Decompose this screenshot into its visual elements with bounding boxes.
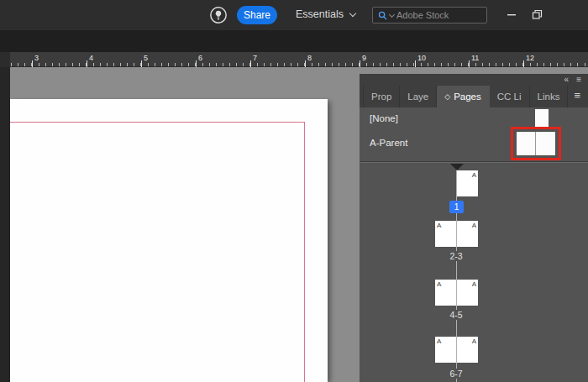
page-thumbnail-3[interactable]: A xyxy=(457,221,478,247)
parent-row-none[interactable]: [None] xyxy=(370,113,398,123)
a-parent-spread-thumbnail[interactable] xyxy=(517,132,555,155)
page-thumbnail-4[interactable]: A xyxy=(435,280,456,306)
dock-menu-icon[interactable]: ≡ xyxy=(576,75,581,85)
spread-label-6-7[interactable]: 6-7 xyxy=(447,369,465,379)
chevron-down-icon xyxy=(349,9,356,16)
ruler-tick-label: 5 xyxy=(144,54,148,62)
ruler-tick-label: 12 xyxy=(526,54,534,62)
indesign-window: Share Essentials xyxy=(0,0,588,382)
search-input[interactable] xyxy=(396,10,481,20)
parent-letter: A xyxy=(437,338,441,345)
parent-letter: A xyxy=(437,280,441,288)
workspace-label: Essentials xyxy=(296,8,344,20)
page-thumbnail-1[interactable]: A xyxy=(457,170,478,196)
discover-button[interactable] xyxy=(209,6,228,24)
tab-links[interactable]: Links xyxy=(530,86,569,107)
minimize-icon xyxy=(507,9,517,19)
pages-panel: « ≡ Prop Laye ◇ Pages CC Li Links ≡ [ xyxy=(360,74,588,382)
ruler-tick-label: 3 xyxy=(34,54,39,62)
tab-properties[interactable]: Prop xyxy=(363,86,400,107)
section-divider xyxy=(360,161,588,162)
panel-tab-bar: Prop Laye ◇ Pages CC Li Links xyxy=(360,86,588,107)
tab-cc-libraries[interactable]: CC Li xyxy=(490,86,530,107)
ruler-tick-label: 8 xyxy=(307,54,312,62)
restore-button[interactable] xyxy=(526,4,548,24)
ruler-tick-label: 11 xyxy=(471,54,479,62)
parent-letter: A xyxy=(437,222,441,229)
share-button[interactable]: Share xyxy=(237,6,277,24)
restore-icon xyxy=(532,9,543,20)
stock-search xyxy=(372,7,487,24)
tab-label: Prop xyxy=(371,92,391,102)
page-thumbnail-6[interactable]: A xyxy=(435,337,456,363)
page-thumbnail-7[interactable]: A xyxy=(457,337,478,363)
app-bar: Share Essentials xyxy=(0,0,588,30)
parent-letter: A xyxy=(472,171,476,179)
toolbar-edge xyxy=(0,67,10,382)
horizontal-ruler[interactable]: 3 4 5 6 7 8 9 10 11 12 xyxy=(0,52,588,67)
ruler-tick-label: 9 xyxy=(362,54,366,62)
workspace-switcher[interactable]: Essentials xyxy=(296,8,355,20)
parent-row-a-parent[interactable]: A-Parent xyxy=(370,138,407,148)
spread-label-2-3[interactable]: 2-3 xyxy=(447,251,465,261)
tab-label: Laye xyxy=(407,92,428,102)
page-thumbnail-2[interactable]: A xyxy=(435,221,456,247)
document-tab-strip xyxy=(0,30,588,52)
parent-letter: A xyxy=(472,222,476,229)
document-page[interactable] xyxy=(10,99,328,382)
none-parent-thumbnail[interactable] xyxy=(535,109,549,127)
ruler-tick-label: 7 xyxy=(253,54,257,62)
pages-tab-icon: ◇ xyxy=(444,92,450,101)
spread-label-4-5[interactable]: 4-5 xyxy=(447,310,465,320)
ruler-corner xyxy=(0,52,10,67)
page-thumbnail-5[interactable]: A xyxy=(457,280,478,306)
ruler-minor-ticks xyxy=(4,63,588,66)
parent-letter: A xyxy=(472,338,476,345)
tab-label: Pages xyxy=(454,92,481,102)
ruler-tick-label: 10 xyxy=(417,54,426,62)
collapse-panels-icon[interactable]: « xyxy=(564,75,570,85)
parent-letter: A xyxy=(472,280,476,288)
dock-header: « ≡ xyxy=(360,74,588,86)
minimize-button[interactable] xyxy=(501,4,522,24)
ruler-tick-label: 4 xyxy=(89,54,93,62)
ruler-tick-label: 6 xyxy=(198,54,202,62)
margin-guide-right xyxy=(304,122,305,382)
search-scope-chevron-icon[interactable] xyxy=(389,11,395,17)
tab-label: Links xyxy=(538,92,560,102)
panel-menu-icon[interactable]: ≡ xyxy=(574,89,580,102)
tab-label: CC Li xyxy=(497,92,522,102)
lightbulb-icon xyxy=(209,6,228,24)
section-divider-handle-icon[interactable] xyxy=(450,164,464,170)
search-icon xyxy=(378,11,387,20)
tab-layers[interactable]: Laye xyxy=(400,86,437,107)
tab-pages[interactable]: ◇ Pages xyxy=(437,86,490,107)
margin-guide-top xyxy=(10,122,305,123)
page-number-badge-selected[interactable]: 1 xyxy=(449,201,464,213)
